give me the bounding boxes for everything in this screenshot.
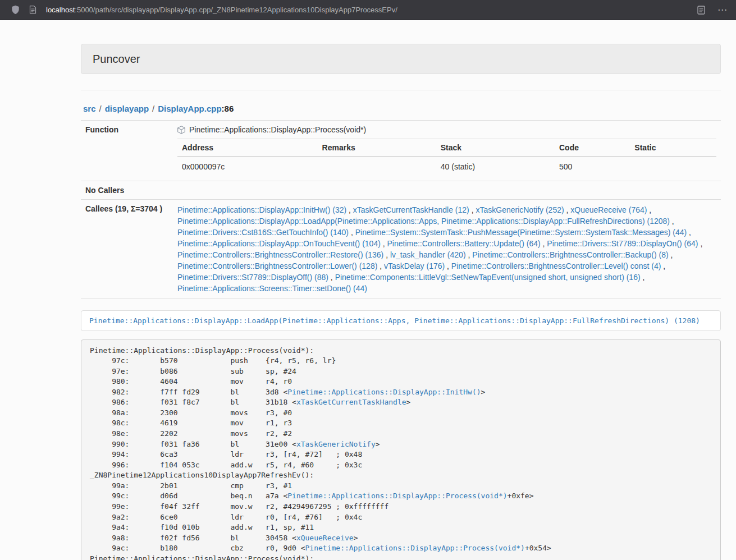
code-text: +0xfe> <box>508 492 534 500</box>
code-text: 99c: d06d beq.n a7a < <box>90 492 287 500</box>
code-text: 9a2: 6ce0 ldr r0, [r4, #76] ; 0x4c <box>90 513 362 521</box>
browser-chrome: localhost:5000/path/src/displayapp/Displ… <box>0 0 736 20</box>
callee-separator: , <box>661 261 665 270</box>
url-host: localhost <box>46 6 75 14</box>
col-header-static: Static <box>630 139 716 157</box>
top-callee-panel: Pinetime::Applications::DisplayApp::Load… <box>81 310 721 331</box>
callee-link[interactable]: Pinetime::Applications::DisplayApp::Load… <box>177 217 670 226</box>
no-callers-label: No Callers <box>81 181 173 200</box>
callee-link[interactable]: Pinetime::Drivers::Cst816S::GetTouchInfo… <box>177 228 349 237</box>
callee-separator: , <box>349 228 355 237</box>
callee-link[interactable]: Pinetime::Applications::Screens::Timer::… <box>177 284 367 293</box>
breadcrumb: src/displayapp/DisplayApp.cpp:86 <box>83 104 721 113</box>
callees-label: Callees (19, Σ=3704 ) <box>81 200 173 299</box>
cell-remarks <box>318 157 436 176</box>
code-text: 994: 6ca3 ldr r3, [r4, #72] ; 0x48 <box>90 450 362 458</box>
code-text: 996: f104 053c add.w r5, r4, #60 ; 0x3c <box>90 461 362 469</box>
code-symbol-link[interactable]: xTaskGenericNotify <box>296 440 376 448</box>
url-text[interactable]: localhost:5000/path/src/displayapp/Displ… <box>46 6 397 14</box>
breadcrumb-separator: / <box>152 104 154 113</box>
code-symbol-link[interactable]: Pinetime::Applications::DisplayApp::Init… <box>287 388 481 396</box>
callee-separator: , <box>383 250 390 259</box>
code-text: Pinetime::Applications::DisplayApp::Proc… <box>90 346 314 355</box>
code-text: _ZN8Pinetime12Applications10DisplayApp7R… <box>90 471 314 479</box>
callees-cell: Pinetime::Applications::DisplayApp::Init… <box>173 200 721 299</box>
callee-separator: , <box>377 261 384 270</box>
callee-link[interactable]: Pinetime::Controllers::BrightnessControl… <box>177 261 377 270</box>
breadcrumb-separator: / <box>99 104 102 113</box>
code-text: 98e: 2202 movs r2, #2 <box>90 429 292 438</box>
code-text: Pinetime::Applications::DisplayApp::Proc… <box>90 554 314 560</box>
code-text: > <box>376 440 380 448</box>
code-symbol-link[interactable]: Pinetime::Applications::DisplayApp::Proc… <box>305 544 525 552</box>
code-text: 9a4: f10d 010b add.w r1, sp, #11 <box>90 523 314 531</box>
callee-separator: , <box>328 273 335 282</box>
code-symbol-link[interactable]: xTaskGetCurrentTaskHandle <box>296 398 406 406</box>
callee-link[interactable]: Pinetime::Drivers::St7789::DisplayOff() … <box>177 273 328 282</box>
callee-separator: , <box>647 205 651 214</box>
cell-code: 500 <box>555 157 630 176</box>
col-header-stack: Stack <box>436 139 555 157</box>
page-content: Puncover src/displayapp/DisplayApp.cpp:8… <box>81 44 721 560</box>
code-text: 982: f7ff fd29 bl 3d8 < <box>90 388 287 396</box>
breadcrumb-link-displayapp[interactable]: displayapp <box>105 104 149 113</box>
col-header-address: Address <box>177 139 318 157</box>
code-text: 97e: b086 sub sp, #24 <box>90 367 296 375</box>
callee-separator: , <box>346 205 353 214</box>
top-callee-link[interactable]: Pinetime::Applications::DisplayApp::Load… <box>89 316 700 325</box>
callee-link[interactable]: Pinetime::Drivers::St7789::DisplayOn() (… <box>547 239 698 248</box>
col-header-remarks: Remarks <box>318 139 436 157</box>
app-header-panel: Puncover <box>81 44 721 74</box>
callee-separator: , <box>541 239 547 248</box>
code-text: 990: f031 fa36 bl 31e00 < <box>90 440 296 448</box>
code-symbol-link[interactable]: Pinetime::Applications::DisplayApp::Proc… <box>287 492 507 500</box>
code-text: > <box>354 534 358 542</box>
function-stats-table: Address Remarks Stack Code Static 0x0000… <box>177 139 716 176</box>
code-text: 980: 4604 mov r4, r0 <box>90 377 292 385</box>
breadcrumb-link-src[interactable]: src <box>83 104 96 113</box>
cell-stack: 40 (static) <box>436 157 555 176</box>
code-text: > <box>481 388 486 396</box>
function-detail-table: Function Pinetime::Applications::Display… <box>81 120 721 299</box>
function-cube-icon <box>177 126 185 134</box>
code-symbol-link[interactable]: xQueueReceive <box>296 534 354 542</box>
code-text: +0x54> <box>525 544 551 552</box>
callee-link[interactable]: Pinetime::Components::LittleVgl::SetNewT… <box>335 273 641 282</box>
col-header-code: Code <box>555 139 630 157</box>
callee-link[interactable]: Pinetime::Controllers::BrightnessControl… <box>451 261 661 270</box>
callee-link[interactable]: Pinetime::System::SystemTask::PushMessag… <box>355 228 687 237</box>
callee-link[interactable]: xTaskGetCurrentTaskHandle (12) <box>353 205 469 214</box>
function-name-line: Pinetime::Applications::DisplayApp::Proc… <box>177 125 716 134</box>
callee-link[interactable]: Pinetime::Controllers::Battery::Update()… <box>387 239 541 248</box>
url-path: :5000/path/src/displayapp/DisplayApp.cpp… <box>75 6 397 14</box>
callee-link[interactable]: xQueueReceive (764) <box>570 205 647 214</box>
callee-link[interactable]: xTaskGenericNotify (252) <box>476 205 564 214</box>
code-text: 98a: 2300 movs r3, #0 <box>90 408 292 417</box>
callee-link[interactable]: Pinetime::Applications::DisplayApp::OnTo… <box>177 239 381 248</box>
menu-kebab-icon[interactable]: ⋯ <box>716 5 728 15</box>
callee-link[interactable]: vTaskDelay (176) <box>384 261 445 270</box>
callee-separator: , <box>469 205 476 214</box>
callee-separator: , <box>698 239 703 248</box>
callee-link[interactable]: Pinetime::Applications::DisplayApp::Init… <box>177 205 346 214</box>
callee-link[interactable]: Pinetime::Controllers::BrightnessControl… <box>472 250 668 259</box>
url-bar[interactable]: localhost:5000/path/src/displayapp/Displ… <box>11 5 397 15</box>
function-row-label: Function <box>81 121 173 181</box>
no-callers-row: No Callers <box>81 181 721 200</box>
callee-separator: , <box>670 217 674 226</box>
callee-link[interactable]: lv_task_handler (420) <box>390 250 466 259</box>
code-text: 9a8: f02f fd56 bl 30458 < <box>90 534 296 542</box>
cell-address: 0x0000097c <box>177 157 318 176</box>
breadcrumb-link-file[interactable]: DisplayApp.cpp <box>158 104 221 113</box>
callee-separator: , <box>669 250 673 259</box>
tracking-shield-icon[interactable] <box>11 5 20 15</box>
code-text: 99a: 2b01 cmp r3, #1 <box>90 481 292 490</box>
breadcrumb-line-number: :86 <box>222 104 234 113</box>
reader-view-icon[interactable] <box>697 6 705 15</box>
callee-link[interactable]: Pinetime::Controllers::BrightnessControl… <box>177 250 383 259</box>
callee-separator: , <box>445 261 451 270</box>
code-text: 9ac: b180 cbz r0, 9d0 < <box>90 544 305 552</box>
site-identity-icon[interactable] <box>29 6 36 14</box>
code-text: 97c: b570 push {r4, r5, r6, lr} <box>90 356 336 365</box>
stats-row: 0x0000097c 40 (static) 500 <box>177 157 716 176</box>
